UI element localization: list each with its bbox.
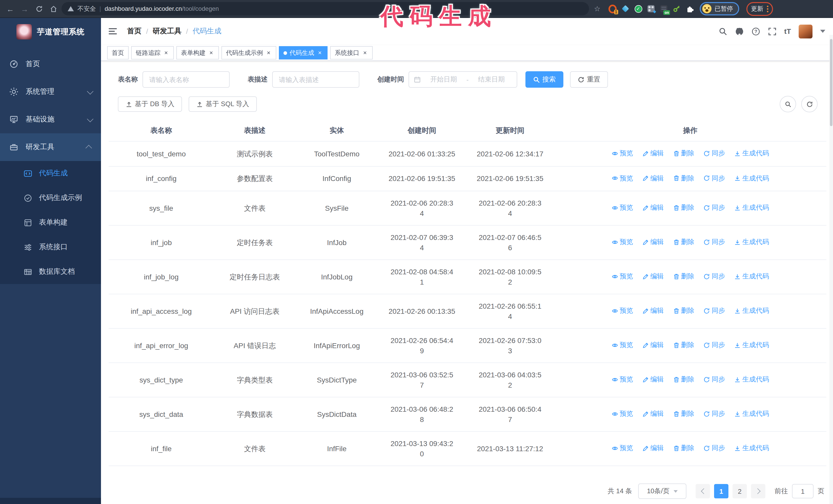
sidebar-item-form-builder[interactable]: 表单构建 (0, 210, 101, 235)
table-name-input[interactable] (143, 71, 230, 88)
search-icon[interactable] (719, 27, 728, 35)
browser-update-button[interactable]: 更新 (746, 2, 773, 16)
edit-link[interactable]: 编辑 (642, 409, 664, 419)
close-icon[interactable] (317, 50, 323, 56)
edit-link[interactable]: 编辑 (642, 271, 664, 282)
delete-link[interactable]: 删除 (673, 375, 694, 385)
generate-code-link[interactable]: 生成代码 (734, 148, 769, 159)
scrollbar-thumb[interactable] (830, 39, 832, 126)
generate-code-link[interactable]: 生成代码 (734, 409, 769, 419)
preview-link[interactable]: 预览 (611, 443, 633, 454)
page-size-select[interactable]: 10条/页 (638, 483, 686, 499)
date-range-picker[interactable]: 开始日期 - 结束日期 (408, 71, 517, 88)
delete-link[interactable]: 删除 (673, 409, 694, 419)
tab-codegen-example[interactable]: 代码生成示例 (221, 46, 276, 59)
sidebar-item-home[interactable]: 首页 (0, 50, 101, 78)
breadcrumb-devtools[interactable]: 研发工具 (153, 27, 182, 36)
refresh-table-button[interactable] (801, 96, 818, 112)
sync-link[interactable]: 同步 (704, 271, 725, 282)
page-button-2[interactable]: 2 (733, 484, 747, 498)
preview-link[interactable]: 预览 (611, 340, 633, 351)
generate-code-link[interactable]: 生成代码 (734, 237, 769, 247)
preview-link[interactable]: 预览 (611, 237, 633, 247)
preview-link[interactable]: 预览 (611, 375, 633, 385)
edit-link[interactable]: 编辑 (642, 148, 664, 159)
sidebar-item-system-api[interactable]: 系统接口 (0, 235, 101, 259)
tab-codegen[interactable]: 代码生成 (279, 46, 328, 59)
browser-home-icon[interactable] (47, 3, 60, 15)
generate-code-link[interactable]: 生成代码 (734, 340, 769, 351)
reset-button[interactable]: 重置 (570, 71, 608, 88)
breadcrumb-home[interactable]: 首页 (127, 27, 142, 36)
search-button[interactable]: 搜索 (525, 71, 563, 88)
extension-orange-ring-icon[interactable]: 1 (609, 5, 617, 13)
sidebar-item-codegen-example[interactable]: 代码生成示例 (0, 186, 101, 210)
fullscreen-icon[interactable] (768, 27, 777, 35)
font-size-icon[interactable]: tT (784, 27, 791, 35)
close-icon[interactable] (265, 50, 272, 56)
import-db-button[interactable]: 基于 DB 导入 (118, 96, 182, 112)
avatar[interactable] (799, 24, 812, 38)
table-desc-input[interactable] (272, 71, 359, 88)
generate-code-link[interactable]: 生成代码 (734, 375, 769, 385)
edit-link[interactable]: 编辑 (642, 375, 664, 385)
goto-page-input[interactable] (792, 484, 813, 498)
next-page-button[interactable] (751, 484, 765, 498)
sidebar-item-codegen[interactable]: 代码生成 (0, 161, 101, 186)
tab-system-api[interactable]: 系统接口 (330, 46, 373, 59)
extension-gem-icon[interactable] (621, 5, 629, 13)
page-scrollbar[interactable] (829, 35, 833, 504)
preview-link[interactable]: 预览 (611, 173, 633, 183)
delete-link[interactable]: 删除 (673, 271, 694, 282)
sidebar-item-db-doc[interactable]: 数据库文档 (0, 259, 101, 284)
edit-link[interactable]: 编辑 (642, 237, 664, 247)
github-icon[interactable] (735, 27, 744, 35)
generate-code-link[interactable]: 生成代码 (734, 443, 769, 454)
generate-code-link[interactable]: 生成代码 (734, 203, 769, 213)
delete-link[interactable]: 删除 (673, 173, 694, 183)
toggle-search-button[interactable] (780, 96, 796, 112)
extension-key-icon[interactable] (672, 5, 681, 13)
edit-link[interactable]: 编辑 (642, 340, 664, 351)
address-bar[interactable]: 不安全 | dashboard.yudao.iocoder.cn/tool/co… (62, 2, 589, 16)
delete-link[interactable]: 删除 (673, 203, 694, 213)
delete-link[interactable]: 删除 (673, 148, 694, 159)
delete-link[interactable]: 删除 (673, 237, 694, 247)
import-sql-button[interactable]: 基于 SQL 导入 (189, 96, 257, 112)
tab-form-builder[interactable]: 表单构建 (176, 46, 219, 59)
generate-code-link[interactable]: 生成代码 (734, 306, 769, 316)
edit-link[interactable]: 编辑 (642, 173, 664, 183)
delete-link[interactable]: 删除 (673, 340, 694, 351)
sidebar-logo[interactable]: 芋道管理系统 (0, 18, 101, 46)
sync-link[interactable]: 同步 (704, 443, 725, 454)
browser-forward-icon[interactable] (19, 3, 31, 15)
delete-link[interactable]: 删除 (673, 306, 694, 316)
tab-tracing[interactable]: 链路追踪 (131, 46, 174, 59)
bookmark-star-icon[interactable] (591, 3, 603, 15)
page-button-1[interactable]: 1 (714, 484, 729, 498)
sync-link[interactable]: 同步 (704, 203, 725, 213)
sync-link[interactable]: 同步 (704, 409, 725, 419)
sync-link[interactable]: 同步 (704, 375, 725, 385)
close-icon[interactable] (362, 50, 368, 56)
preview-link[interactable]: 预览 (611, 271, 633, 282)
close-icon[interactable] (208, 50, 214, 56)
profile-paused-badge[interactable]: 已暂停 (700, 2, 739, 16)
help-icon[interactable]: ? (752, 27, 760, 35)
extensions-puzzle-icon[interactable] (685, 5, 694, 13)
prev-page-button[interactable] (696, 484, 710, 498)
browser-reload-icon[interactable] (33, 3, 45, 15)
browser-menu-icon[interactable] (767, 5, 768, 12)
sync-link[interactable]: 同步 (704, 237, 725, 247)
close-icon[interactable] (163, 50, 169, 56)
generate-code-link[interactable]: 生成代码 (734, 173, 769, 183)
breadcrumb-current[interactable]: 代码生成 (193, 27, 221, 36)
edit-link[interactable]: 编辑 (642, 306, 664, 316)
extension-grid-icon[interactable] (647, 5, 655, 13)
preview-link[interactable]: 预览 (611, 203, 633, 213)
avatar-caret-icon[interactable] (820, 30, 825, 33)
sync-link[interactable]: 同步 (704, 173, 725, 183)
edit-link[interactable]: 编辑 (642, 443, 664, 454)
generate-code-link[interactable]: 生成代码 (734, 271, 769, 282)
sync-link[interactable]: 同步 (704, 306, 725, 316)
